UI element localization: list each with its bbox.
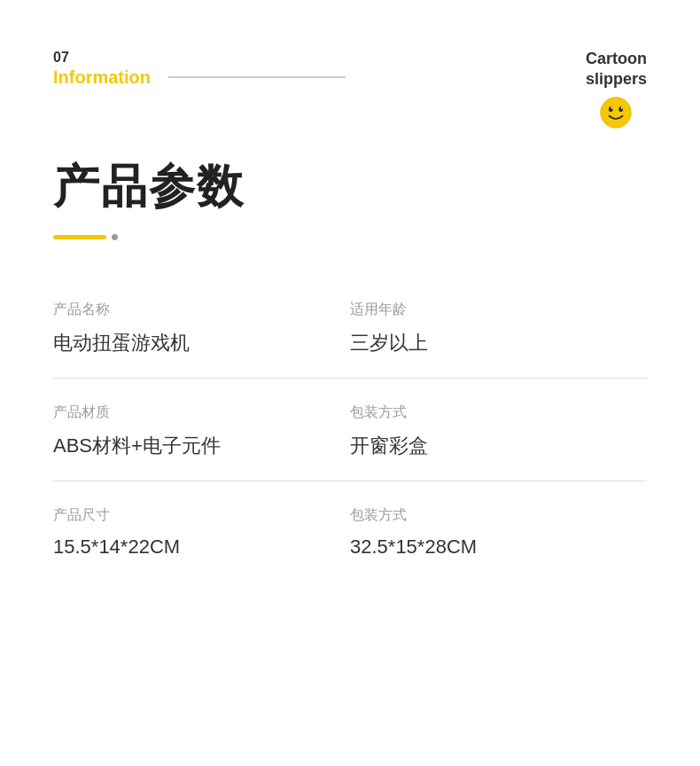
info-cell-age: 适用年龄 三岁以上 — [350, 301, 647, 356]
info-row-2: 产品材质 ABS材料+电子元件 包装方式 开窗彩盒 — [53, 379, 647, 481]
brand-area: Cartoon slippers — [586, 49, 647, 129]
svg-point-0 — [601, 98, 631, 128]
info-section: 产品名称 电动扭蛋游戏机 适用年龄 三岁以上 产品材质 ABS材料+电子元件 包… — [53, 276, 647, 580]
info-cell-size: 产品尺寸 15.5*14*22CM — [53, 506, 350, 559]
section-label: 07 Information — [53, 49, 346, 89]
header-section: 07 Information Cartoon slippers — [53, 49, 647, 129]
info-cell-packaging: 包装方式 开窗彩盒 — [350, 403, 647, 459]
age-value: 三岁以上 — [350, 330, 647, 356]
size-label: 产品尺寸 — [53, 506, 350, 525]
age-label: 适用年龄 — [350, 301, 647, 319]
info-cell-product-name: 产品名称 电动扭蛋游戏机 — [53, 301, 350, 356]
brand-text: Cartoon slippers — [586, 49, 647, 90]
pkg-size-label: 包装方式 — [350, 506, 647, 525]
page-container: 07 Information Cartoon slippers 产品参数 — [0, 0, 700, 766]
packaging-label: 包装方式 — [350, 403, 647, 422]
main-title: 产品参数 — [53, 156, 647, 218]
deco-line — [53, 234, 647, 240]
section-number: 07 — [53, 49, 346, 66]
info-row-3: 产品尺寸 15.5*14*22CM 包装方式 32.5*15*28CM — [53, 481, 647, 580]
product-name-value: 电动扭蛋游戏机 — [53, 330, 350, 356]
svg-point-4 — [621, 107, 623, 109]
packaging-value: 开窗彩盒 — [350, 433, 647, 459]
material-label: 产品材质 — [53, 403, 350, 422]
svg-point-3 — [611, 107, 613, 109]
pkg-size-value: 32.5*15*28CM — [350, 535, 647, 559]
info-cell-material: 产品材质 ABS材料+电子元件 — [53, 403, 350, 459]
info-row-1: 产品名称 电动扭蛋游戏机 适用年龄 三岁以上 — [53, 276, 647, 379]
section-title-en: Information — [53, 66, 346, 89]
smiley-icon — [599, 96, 633, 129]
info-cell-pkg-size: 包装方式 32.5*15*28CM — [350, 506, 647, 559]
material-value: ABS材料+电子元件 — [53, 433, 350, 459]
product-name-label: 产品名称 — [53, 301, 350, 319]
size-value: 15.5*14*22CM — [53, 535, 350, 559]
deco-dot — [112, 234, 118, 240]
deco-line-yellow — [53, 235, 106, 239]
